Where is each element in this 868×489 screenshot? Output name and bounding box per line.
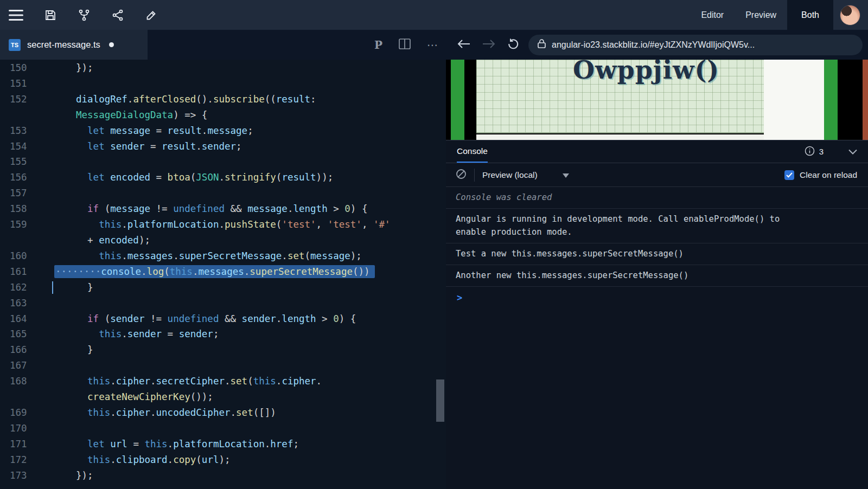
code-line-content: ········console.log(this.messages.superS… [54, 264, 446, 280]
clear-console-icon[interactable] [456, 169, 467, 182]
selected-text: ········console.log(this.messages.superS… [54, 265, 375, 278]
info-icon[interactable] [805, 146, 815, 158]
code-row[interactable]: 150}); [0, 60, 446, 76]
code-line-content: + encoded); [54, 233, 446, 248]
code-row[interactable]: 152dialogRef.afterClosed().subscribe((re… [0, 92, 446, 107]
code-line-content: let url = this.platformLocation.href; [54, 436, 446, 452]
environment-select[interactable]: Preview (local) [482, 170, 538, 180]
right-panel: Owppjiw() Console 3 [446, 60, 868, 489]
code-row[interactable]: createNewCipherKey()); [0, 389, 446, 405]
line-number: 150 [0, 60, 54, 76]
line-number: 167 [0, 358, 54, 374]
code-row[interactable]: + encoded); [0, 233, 446, 248]
text-cursor [52, 281, 53, 294]
refresh-icon[interactable] [507, 37, 520, 53]
clear-on-reload-label: Clear on reload [800, 170, 857, 180]
line-number: 169 [0, 405, 54, 421]
console-prompt-icon[interactable]: > [446, 287, 868, 308]
code-row[interactable]: 157 [0, 185, 446, 201]
app-preview[interactable]: Owppjiw() [446, 60, 868, 140]
editor-action-icons: P ⋯ [374, 38, 438, 52]
preview-grid-panel: Owppjiw() [476, 60, 764, 133]
console-toolbar: Preview (local) Clear on reload [446, 163, 868, 187]
browser-nav [457, 37, 520, 53]
code-rows: 150});151152dialogRef.afterClosed().subs… [0, 60, 446, 483]
console-log-row: Another new this.messages.superSecretMes… [446, 265, 868, 287]
view-preview-button[interactable]: Preview [735, 0, 787, 30]
preview-scrollbar[interactable] [863, 60, 868, 140]
back-icon[interactable] [457, 38, 471, 52]
preview-green-bar-left [451, 60, 464, 140]
code-row[interactable]: 168 this.cipher.secretCipher.set(this.ci… [0, 374, 446, 389]
code-row[interactable]: MessageDialogData) => { [0, 107, 446, 123]
code-row[interactable]: 172 this.clipboard.copy(url); [0, 452, 446, 468]
code-row[interactable]: 169 this.cipher.uncodedCipher.set([]) [0, 405, 446, 421]
code-row[interactable]: 167 [0, 358, 446, 374]
line-number: 172 [0, 452, 54, 468]
clear-on-reload-group: Clear on reload [784, 170, 858, 180]
line-number: 154 [0, 139, 54, 155]
menu-icon[interactable] [9, 9, 23, 21]
code-line-content: }); [54, 468, 446, 484]
share-icon[interactable] [111, 9, 124, 22]
code-row[interactable]: 173}); [0, 468, 446, 484]
view-both-button[interactable]: Both [787, 0, 833, 30]
line-number: 152 [0, 92, 54, 107]
edit-icon[interactable] [145, 9, 158, 22]
console-tab[interactable]: Console [457, 140, 488, 163]
code-editor[interactable]: 150});151152dialogRef.afterClosed().subs… [0, 60, 446, 489]
modified-dot-icon [109, 42, 114, 47]
code-row[interactable]: 165 this.sender = sender; [0, 326, 446, 342]
code-row[interactable]: 155 [0, 154, 446, 170]
code-row[interactable]: 158 if (message != undefined && message.… [0, 201, 446, 217]
url-text: angular-io23.stackblitz.io/#eyJtZXNzYWdl… [552, 40, 755, 50]
view-switcher: Editor Preview Both [690, 0, 868, 30]
code-row[interactable]: 171 let url = this.platformLocation.href… [0, 436, 446, 452]
forward-icon[interactable] [482, 38, 496, 52]
line-number: 173 [0, 468, 54, 484]
line-number: 151 [0, 76, 54, 92]
code-line-content: MessageDialogData) => { [54, 107, 446, 123]
more-options-icon[interactable]: ⋯ [427, 38, 438, 52]
line-number: 162 [0, 280, 54, 295]
collapse-chevron-icon[interactable] [848, 147, 857, 156]
lock-icon [537, 38, 546, 51]
line-number: 163 [0, 295, 54, 311]
dropdown-caret-icon[interactable] [563, 170, 569, 180]
line-number: 161 [0, 264, 54, 280]
clear-on-reload-checkbox[interactable] [784, 170, 794, 180]
console-header: Console 3 [446, 140, 868, 163]
editor-scrollbar[interactable] [436, 379, 444, 422]
view-editor-button[interactable]: Editor [690, 0, 735, 30]
split-view-icon[interactable] [399, 38, 411, 52]
code-row[interactable]: 160 this.messages.superSecretMessage.set… [0, 248, 446, 264]
line-number: 164 [0, 311, 54, 327]
code-row[interactable]: 159 this.platformLocation.pushState('tes… [0, 217, 446, 233]
code-line-content: } [54, 280, 446, 295]
code-row[interactable]: 163 [0, 295, 446, 311]
code-row[interactable]: 151 [0, 76, 446, 92]
code-row[interactable]: 153 let message = result.message; [0, 123, 446, 139]
code-row[interactable]: 156 let encoded = btoa(JSON.stringify(re… [0, 170, 446, 185]
preview-green-bar-right [824, 60, 838, 140]
code-row[interactable]: 162 } [0, 280, 446, 295]
code-line-content: }); [54, 60, 446, 76]
fork-icon[interactable] [78, 9, 91, 22]
code-row[interactable]: 166 } [0, 342, 446, 358]
code-row[interactable]: 170 [0, 421, 446, 436]
code-row[interactable]: 164 if (sender != undefined && sender.le… [0, 311, 446, 327]
typescript-icon: TS [9, 39, 21, 51]
user-avatar[interactable] [840, 5, 860, 25]
url-bar[interactable]: angular-io23.stackblitz.io/#eyJtZXNzYWdl… [528, 35, 863, 55]
code-line-content: this.messages.superSecretMessage.set(mes… [54, 248, 446, 264]
code-row[interactable]: 154 let sender = result.sender; [0, 139, 446, 155]
save-icon[interactable] [44, 9, 57, 22]
console-log-row: Test a new this.messages.superSecretMess… [446, 243, 868, 265]
tab-browser-bar: TS secret-message.ts P ⋯ [0, 30, 868, 60]
code-line-content: if (sender != undefined && sender.length… [54, 311, 446, 327]
line-number [0, 233, 54, 248]
code-row[interactable]: 161········console.log(this.messages.sup… [0, 264, 446, 280]
prettier-icon[interactable]: P [374, 38, 382, 52]
line-number: 155 [0, 154, 54, 170]
file-tab[interactable]: TS secret-message.ts [0, 30, 148, 60]
